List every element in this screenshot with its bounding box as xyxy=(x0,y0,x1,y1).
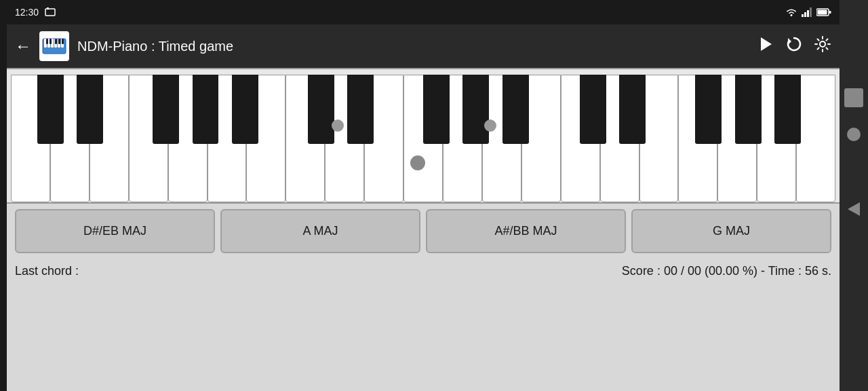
svg-rect-4 xyxy=(804,12,806,17)
white-key-2[interactable] xyxy=(50,75,90,202)
white-key-20[interactable] xyxy=(757,75,796,202)
signal-icon xyxy=(802,7,812,17)
settings-icon xyxy=(814,35,831,53)
chord-button-0[interactable]: D#/EB MAJ xyxy=(15,209,215,253)
white-key-4[interactable] xyxy=(129,75,168,202)
white-key-17[interactable] xyxy=(639,75,679,202)
white-key-18[interactable] xyxy=(678,75,717,202)
replay-button[interactable] xyxy=(785,35,803,57)
left-panel xyxy=(0,0,7,391)
white-key-21[interactable] xyxy=(796,75,835,202)
svg-point-24 xyxy=(820,41,825,47)
game-status: Last chord : Score : 00 / 00 (00.00 %) -… xyxy=(7,259,840,284)
app-icon xyxy=(39,31,69,61)
white-key-3[interactable] xyxy=(90,75,129,202)
svg-point-2 xyxy=(791,14,793,16)
white-key-13[interactable] xyxy=(482,75,521,202)
status-bar: 12:30 xyxy=(7,0,840,24)
last-chord-label: Last chord : xyxy=(15,264,79,278)
svg-rect-17 xyxy=(46,39,48,44)
piano-container xyxy=(7,68,840,204)
title-actions xyxy=(757,35,831,57)
back-button[interactable]: ← xyxy=(15,37,31,56)
white-key-5[interactable] xyxy=(168,75,208,202)
svg-rect-3 xyxy=(802,14,804,17)
white-key-10[interactable] xyxy=(364,75,403,202)
wifi-icon xyxy=(785,7,797,17)
play-button[interactable] xyxy=(757,35,774,57)
main-content: 12:30 xyxy=(7,0,840,391)
svg-marker-22 xyxy=(761,37,772,51)
right-circle[interactable] xyxy=(847,128,861,141)
svg-rect-0 xyxy=(45,9,55,16)
white-key-12[interactable] xyxy=(443,75,482,202)
svg-marker-23 xyxy=(788,38,791,45)
white-key-9[interactable] xyxy=(325,75,364,202)
white-key-8[interactable] xyxy=(285,75,325,202)
white-key-7[interactable] xyxy=(246,75,285,202)
title-bar: ← NDM-Piano : Timed game xyxy=(7,24,840,68)
replay-icon xyxy=(785,35,803,53)
chord-button-2[interactable]: A#/BB MAJ xyxy=(426,209,626,253)
time-display: 12:30 xyxy=(15,7,39,18)
settings-button[interactable] xyxy=(814,35,831,57)
chord-buttons: D#/EB MAJ A MAJ A#/BB MAJ G MAJ xyxy=(7,204,840,259)
sim-icon xyxy=(44,7,56,17)
piano-icon xyxy=(42,36,66,56)
white-key-19[interactable] xyxy=(717,75,757,202)
svg-rect-6 xyxy=(810,7,812,17)
chord-button-3[interactable]: G MAJ xyxy=(631,209,831,253)
status-right xyxy=(785,7,831,17)
score-time-label: Score : 00 / 00 (00.00 %) - Time : 56 s. xyxy=(622,264,831,278)
white-key-15[interactable] xyxy=(561,75,600,202)
svg-rect-5 xyxy=(807,10,809,17)
white-key-1[interactable] xyxy=(11,75,50,202)
chord-button-1[interactable]: A MAJ xyxy=(220,209,420,253)
white-key-11[interactable] xyxy=(403,75,443,202)
white-keys xyxy=(11,75,835,202)
white-key-6[interactable] xyxy=(208,75,247,202)
status-left: 12:30 xyxy=(15,7,56,18)
white-key-14[interactable] xyxy=(521,75,561,202)
svg-rect-19 xyxy=(55,39,57,44)
right-button-top[interactable] xyxy=(844,88,863,107)
svg-rect-18 xyxy=(50,39,52,44)
right-panel xyxy=(840,0,868,391)
right-triangle-back[interactable] xyxy=(848,202,860,216)
app-title: NDM-Piano : Timed game xyxy=(77,39,749,54)
key-dot-2 xyxy=(484,119,496,132)
svg-rect-20 xyxy=(58,39,60,44)
play-icon xyxy=(757,35,774,53)
battery-icon xyxy=(816,8,831,16)
svg-rect-8 xyxy=(829,11,831,14)
svg-rect-21 xyxy=(62,39,64,44)
white-key-16[interactable] xyxy=(600,75,639,202)
svg-rect-1 xyxy=(47,7,49,10)
svg-rect-9 xyxy=(818,10,827,15)
